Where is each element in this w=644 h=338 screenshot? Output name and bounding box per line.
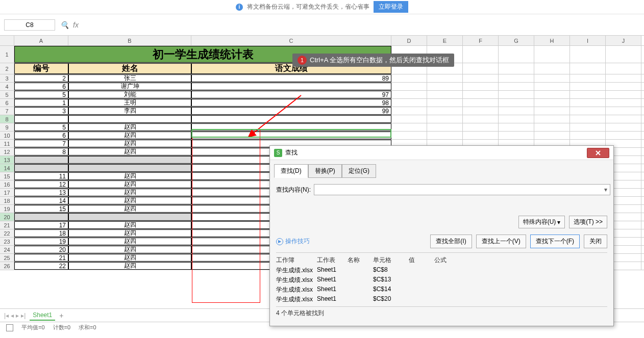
cell[interactable]: 6 <box>14 132 68 139</box>
cell[interactable]: 3 <box>14 107 68 115</box>
cell[interactable]: 19 <box>14 238 68 245</box>
row-header[interactable]: 18 <box>0 197 14 204</box>
tab-goto[interactable]: 定位(G) <box>342 164 376 178</box>
cell[interactable]: 赵四 <box>68 172 191 180</box>
row-header[interactable]: 26 <box>0 262 14 270</box>
col-header[interactable]: D <box>391 36 427 45</box>
selection-mode-icon[interactable] <box>6 324 13 331</box>
header-cell[interactable]: 姓名 <box>68 63 191 74</box>
cell[interactable]: 赵四 <box>68 148 191 155</box>
cell[interactable]: 21 <box>14 254 68 262</box>
row-header[interactable]: 19 <box>0 205 14 213</box>
cell[interactable]: 12 <box>14 180 68 188</box>
search-input[interactable] <box>314 184 610 195</box>
row-header[interactable]: 14 <box>0 164 14 172</box>
cell[interactable]: 赵四 <box>68 221 191 229</box>
row-header[interactable]: 22 <box>0 229 14 237</box>
cell[interactable] <box>191 132 391 139</box>
cell[interactable]: 5 <box>14 123 68 131</box>
row-header[interactable]: 9 <box>0 123 14 131</box>
find-all-button[interactable]: 查找全部(I) <box>430 235 472 248</box>
add-sheet-button[interactable]: + <box>59 311 63 320</box>
row-header[interactable]: 2 <box>0 63 14 74</box>
result-row[interactable]: 学生成绩.xlsxSheet1$C$13 <box>276 275 607 285</box>
col-header[interactable]: B <box>68 36 191 45</box>
last-icon[interactable]: ▸| <box>21 312 26 319</box>
cell-reference-input[interactable] <box>4 19 55 31</box>
row-header[interactable]: 10 <box>0 132 14 139</box>
result-row[interactable]: 学生成绩.xlsxSheet1$C$20 <box>276 295 607 304</box>
close-button[interactable]: 关闭 <box>584 235 607 248</box>
col-header[interactable]: F <box>463 36 499 45</box>
cell[interactable]: 89 <box>191 74 391 82</box>
sheet-tab[interactable]: Sheet1 <box>30 310 55 321</box>
cell[interactable]: 赵四 <box>68 246 191 253</box>
sheet-nav[interactable]: |◂ ◂ ▸ ▸| <box>4 312 26 319</box>
cell[interactable]: 赵四 <box>68 262 191 270</box>
cell[interactable] <box>68 156 191 164</box>
fx-label[interactable]: fx <box>73 21 79 29</box>
cell[interactable]: 2 <box>14 74 68 82</box>
result-row[interactable]: 学生成绩.xlsxSheet1$C$14 <box>276 285 607 295</box>
cell[interactable]: 14 <box>14 197 68 204</box>
first-icon[interactable]: |◂ <box>4 312 9 319</box>
row-header[interactable]: 24 <box>0 246 14 253</box>
cell[interactable]: 17 <box>14 221 68 229</box>
cell[interactable] <box>68 115 191 123</box>
row-header[interactable]: 17 <box>0 189 14 196</box>
row-header[interactable]: 1 <box>0 46 14 63</box>
tips-link[interactable]: ▶ 操作技巧 <box>276 237 310 246</box>
result-row[interactable]: 学生成绩.xlsxSheet1$C$8 <box>276 266 607 275</box>
cell[interactable]: 张三 <box>68 74 191 82</box>
cell[interactable]: 99 <box>191 107 391 115</box>
row-header[interactable]: 23 <box>0 238 14 245</box>
row-header[interactable]: 6 <box>0 99 14 107</box>
cell[interactable]: 98 <box>191 99 391 107</box>
cell[interactable] <box>14 164 68 172</box>
cell[interactable]: 18 <box>14 229 68 237</box>
row-header[interactable]: 7 <box>0 107 14 115</box>
row-header[interactable]: 4 <box>0 83 14 90</box>
cell[interactable]: 97 <box>191 91 391 98</box>
cell[interactable]: 6 <box>14 83 68 90</box>
row-header[interactable]: 21 <box>0 221 14 229</box>
options-button[interactable]: 选项(T) >> <box>569 216 607 228</box>
cell[interactable]: 11 <box>14 172 68 180</box>
cell[interactable]: 谢广坤 <box>68 83 191 90</box>
tab-replace[interactable]: 替换(P) <box>308 164 342 178</box>
row-header[interactable]: 12 <box>0 148 14 155</box>
zoom-icon[interactable]: 🔍 <box>60 21 69 29</box>
cell[interactable]: 赵四 <box>68 229 191 237</box>
find-prev-button[interactable]: 查找上一个(V) <box>476 235 526 248</box>
cell[interactable]: 刘能 <box>68 91 191 98</box>
cell[interactable]: 5 <box>14 91 68 98</box>
col-header[interactable]: I <box>570 36 606 45</box>
cell[interactable] <box>68 164 191 172</box>
cell[interactable]: 7 <box>14 140 68 147</box>
cell[interactable]: 22 <box>14 262 68 270</box>
dropdown-icon[interactable]: ▾ <box>604 186 607 193</box>
special-content-button[interactable]: 特殊内容(U)▾ <box>518 216 565 228</box>
row-header[interactable]: 3 <box>0 74 14 82</box>
cell[interactable] <box>14 213 68 221</box>
cell[interactable]: 赵四 <box>68 123 191 131</box>
row-header[interactable]: 13 <box>0 156 14 164</box>
cell[interactable] <box>14 156 68 164</box>
next-icon[interactable]: ▸ <box>16 312 19 319</box>
col-header[interactable]: E <box>427 36 463 45</box>
cell[interactable]: 赵四 <box>68 254 191 262</box>
cell[interactable]: 13 <box>14 189 68 196</box>
login-button[interactable]: 立即登录 <box>374 1 408 13</box>
row-header[interactable]: 5 <box>0 91 14 98</box>
cell[interactable]: 赵四 <box>68 132 191 139</box>
row-header[interactable]: 20 <box>0 213 14 221</box>
row-header[interactable]: 15 <box>0 172 14 180</box>
cell[interactable]: 李四 <box>68 107 191 115</box>
cell[interactable]: 8 <box>14 148 68 155</box>
cell[interactable]: 赵四 <box>68 189 191 196</box>
cell[interactable] <box>191 115 391 123</box>
close-button[interactable] <box>587 148 609 158</box>
find-next-button[interactable]: 查找下一个(F) <box>530 235 580 248</box>
row-header[interactable]: 8 <box>0 115 14 123</box>
cell[interactable] <box>68 213 191 221</box>
